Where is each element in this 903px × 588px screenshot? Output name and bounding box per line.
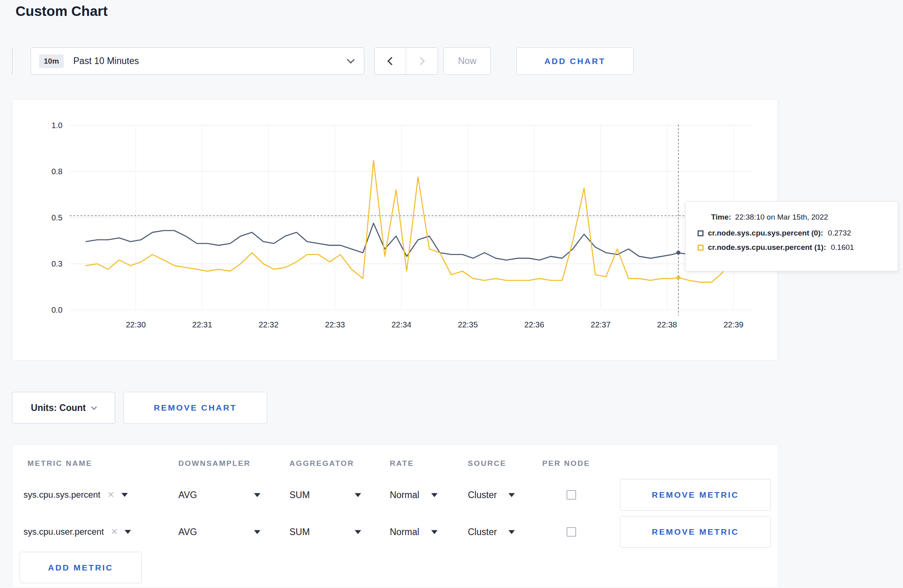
chevron-down-icon (355, 530, 361, 534)
per-node-checkbox[interactable] (567, 527, 576, 537)
time-nav-group (374, 47, 438, 75)
prev-time-button[interactable] (375, 48, 406, 74)
svg-text:22:37: 22:37 (591, 320, 611, 329)
tooltip-series-row: cr.node.sys.cpu.user.percent (1): 0.1601 (698, 243, 890, 252)
downsampler-value: AVG (178, 527, 197, 537)
source-value: Cluster (468, 527, 497, 537)
chevron-left-icon (387, 57, 395, 65)
units-select[interactable]: Units: Count (12, 392, 115, 424)
series-swatch-icon (698, 230, 704, 236)
chart-tooltip: Time:22:38:10 on Mar 15th, 2022 cr.node.… (685, 201, 898, 271)
metric-name-select[interactable]: sys.cpu.user.percent ✕ (23, 527, 131, 537)
col-header-rate: RATE (390, 459, 414, 468)
svg-text:0.5: 0.5 (51, 213, 63, 222)
remove-metric-button[interactable]: REMOVE METRIC (620, 516, 771, 548)
aggregator-select[interactable]: SUM (289, 490, 361, 500)
tooltip-time-row: Time:22:38:10 on Mar 15th, 2022 (711, 213, 890, 222)
metric-row: sys.cpu.sys.percent ✕ AVG SUM Normal Clu… (12, 479, 778, 511)
svg-text:22:32: 22:32 (259, 320, 279, 329)
tooltip-series-value: 0.1601 (831, 243, 854, 252)
svg-text:0.8: 0.8 (51, 167, 63, 176)
toolbar-divider (12, 47, 13, 75)
chevron-right-icon (416, 57, 425, 65)
tooltip-series-row: cr.node.sys.cpu.sys.percent (0): 0.2732 (698, 229, 890, 238)
svg-text:22:38: 22:38 (657, 320, 677, 329)
clear-metric-icon[interactable]: ✕ (107, 490, 114, 500)
svg-text:0.0: 0.0 (51, 306, 63, 314)
chevron-down-icon (347, 56, 355, 64)
metric-row: sys.cpu.user.percent ✕ AVG SUM Normal Cl… (12, 516, 778, 548)
chevron-down-icon (508, 493, 515, 497)
units-label: Units: Count (31, 403, 86, 413)
chevron-down-icon (254, 493, 260, 497)
chevron-down-icon (125, 530, 131, 534)
downsampler-value: AVG (178, 490, 197, 500)
chevron-down-icon (508, 530, 515, 534)
col-header-source: SOURCE (468, 459, 506, 468)
svg-text:22:33: 22:33 (325, 320, 345, 329)
remove-chart-button[interactable]: REMOVE CHART (123, 392, 267, 424)
svg-text:1.0: 1.0 (51, 121, 63, 130)
chevron-down-icon (91, 404, 97, 410)
downsampler-select[interactable]: AVG (178, 490, 260, 500)
now-button[interactable]: Now (444, 47, 491, 75)
svg-text:22:36: 22:36 (524, 320, 544, 329)
aggregator-value: SUM (289, 527, 310, 537)
svg-text:0.3: 0.3 (51, 259, 63, 268)
source-value: Cluster (468, 490, 497, 500)
rate-select[interactable]: Normal (390, 490, 438, 500)
col-header-metric-name: METRIC NAME (27, 459, 92, 468)
clear-metric-icon[interactable]: ✕ (111, 527, 118, 537)
time-range-label: Past 10 Minutes (73, 56, 348, 66)
svg-text:22:39: 22:39 (723, 320, 743, 329)
next-time-button[interactable] (406, 48, 438, 74)
svg-text:22:31: 22:31 (192, 320, 212, 329)
tooltip-time-label: Time: (711, 213, 731, 221)
add-metric-button[interactable]: ADD METRIC (20, 552, 142, 583)
metric-name-value: sys.cpu.sys.percent (23, 490, 100, 500)
rate-select[interactable]: Normal (390, 527, 438, 537)
chevron-down-icon (431, 493, 438, 497)
tooltip-series-value: 0.2732 (828, 229, 851, 238)
chevron-down-icon (121, 493, 128, 497)
chevron-down-icon (355, 493, 361, 497)
downsampler-select[interactable]: AVG (178, 527, 260, 537)
remove-metric-button[interactable]: REMOVE METRIC (620, 479, 771, 511)
chevron-down-icon (431, 530, 438, 534)
svg-text:22:30: 22:30 (126, 320, 146, 329)
per-node-checkbox[interactable] (567, 490, 576, 500)
col-header-per-node: PER NODE (542, 459, 590, 468)
rate-value: Normal (390, 490, 419, 500)
metric-name-value: sys.cpu.user.percent (23, 527, 104, 537)
tooltip-series-name: cr.node.sys.cpu.sys.percent (0): (708, 229, 823, 238)
series-swatch-icon (698, 245, 704, 251)
svg-text:22:35: 22:35 (458, 320, 478, 329)
tooltip-series-name: cr.node.sys.cpu.user.percent (1): (708, 243, 826, 252)
cpu-percent-line-chart[interactable]: 0.00.30.50.81.022:3022:3122:3222:3322:34… (12, 99, 778, 360)
source-select[interactable]: Cluster (468, 527, 515, 537)
tooltip-time-value: 22:38:10 on Mar 15th, 2022 (735, 213, 828, 221)
chart-card: 0.00.30.50.81.022:3022:3122:3222:3322:34… (12, 99, 778, 361)
rate-value: Normal (390, 527, 419, 537)
page-title: Custom Chart (16, 3, 108, 19)
metric-name-select[interactable]: sys.cpu.sys.percent ✕ (23, 490, 128, 500)
time-range-select[interactable]: 10m Past 10 Minutes (31, 47, 364, 75)
metrics-table: METRIC NAME DOWNSAMPLER AGGREGATOR RATE … (12, 444, 778, 588)
source-select[interactable]: Cluster (468, 490, 515, 500)
aggregator-select[interactable]: SUM (289, 527, 361, 537)
chevron-down-icon (254, 530, 260, 534)
add-chart-button[interactable]: ADD CHART (516, 47, 633, 75)
time-range-badge: 10m (39, 55, 64, 68)
aggregator-value: SUM (289, 490, 310, 500)
svg-text:22:34: 22:34 (391, 320, 411, 329)
col-header-downsampler: DOWNSAMPLER (178, 459, 251, 468)
col-header-aggregator: AGGREGATOR (289, 459, 354, 468)
